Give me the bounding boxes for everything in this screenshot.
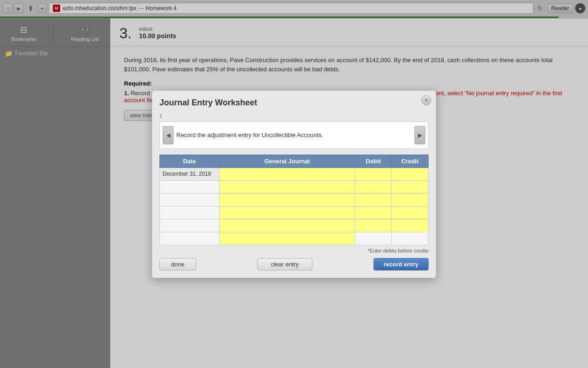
journal-input-1[interactable] (220, 168, 355, 180)
date-cell-4 (160, 206, 220, 219)
table-row (160, 206, 429, 219)
date-cell-5 (160, 219, 220, 232)
credit-input-cell-5[interactable] (392, 219, 429, 232)
modal-footer: done clear entry record entry (159, 258, 429, 270)
journal-input-cell-5[interactable] (220, 219, 355, 232)
table-row (160, 232, 429, 245)
debit-input-3[interactable] (355, 194, 391, 206)
done-button[interactable]: done (159, 258, 196, 270)
table-header-row: Date General Journal Debit Credit (160, 155, 429, 167)
date-cell-6 (160, 232, 220, 245)
credit-input-4[interactable] (392, 207, 428, 219)
debit-input-cell-4[interactable] (355, 206, 392, 219)
journal-input-cell-1[interactable] (220, 167, 355, 180)
debit-input-2[interactable] (355, 181, 391, 193)
modal-close-button[interactable]: × (421, 95, 431, 105)
journal-input-cell-4[interactable] (220, 206, 355, 219)
prev-slide-button[interactable]: ◀ (163, 126, 174, 144)
credit-input-cell-1[interactable] (392, 167, 429, 180)
credit-empty-6 (392, 232, 429, 245)
debit-input-cell-2[interactable] (355, 180, 392, 193)
slide-counter: 1 (159, 113, 429, 119)
credit-input-1[interactable] (392, 168, 428, 180)
credit-input-cell-4[interactable] (392, 206, 429, 219)
debit-empty-6 (355, 232, 392, 245)
modal-title: Journal Entry Worksheet (159, 98, 429, 108)
table-row (160, 180, 429, 193)
table-row (160, 219, 429, 232)
journal-table: Date General Journal Debit Credit Decemb… (159, 155, 429, 245)
credit-input-cell-3[interactable] (392, 193, 429, 206)
journal-input-5[interactable] (220, 219, 355, 232)
clear-entry-button[interactable]: clear entry (257, 258, 312, 270)
date-cell-1: December 31, 2018 (160, 167, 220, 180)
slide-text: Record the adjustment entry for Uncollec… (176, 132, 323, 138)
record-entry-button[interactable]: record entry (373, 258, 429, 270)
journal-input-6[interactable] (220, 232, 355, 245)
journal-entry-modal: × Journal Entry Worksheet 1 ◀ Record the… (152, 90, 436, 278)
next-slide-button[interactable]: ▶ (414, 126, 425, 144)
credit-input-3[interactable] (392, 194, 428, 206)
debit-input-cell-5[interactable] (355, 219, 392, 232)
journal-input-3[interactable] (220, 194, 355, 206)
credit-input-2[interactable] (392, 181, 428, 193)
modal-backdrop: × Journal Entry Worksheet 1 ◀ Record the… (0, 0, 588, 368)
date-cell-3 (160, 193, 220, 206)
credit-input-5[interactable] (392, 219, 428, 232)
table-row: December 31, 2018 (160, 167, 429, 180)
table-row (160, 193, 429, 206)
debit-column-header: Debit (355, 155, 392, 167)
debit-input-cell-1[interactable] (355, 167, 392, 180)
date-column-header: Date (160, 155, 220, 167)
journal-input-4[interactable] (220, 207, 355, 219)
slide-box: ◀ Record the adjustment entry for Uncoll… (159, 121, 429, 149)
debit-input-1[interactable] (355, 168, 391, 180)
journal-input-cell-6[interactable] (220, 232, 355, 245)
enter-note: *Enter debits before credits (159, 248, 429, 253)
journal-column-header: General Journal (220, 155, 355, 167)
debit-input-cell-3[interactable] (355, 193, 392, 206)
journal-input-cell-3[interactable] (220, 193, 355, 206)
credit-column-header: Credit (392, 155, 429, 167)
journal-input-2[interactable] (220, 181, 355, 193)
debit-input-5[interactable] (355, 219, 391, 232)
credit-input-cell-2[interactable] (392, 180, 429, 193)
debit-input-4[interactable] (355, 207, 391, 219)
journal-input-cell-2[interactable] (220, 180, 355, 193)
date-cell-2 (160, 180, 220, 193)
